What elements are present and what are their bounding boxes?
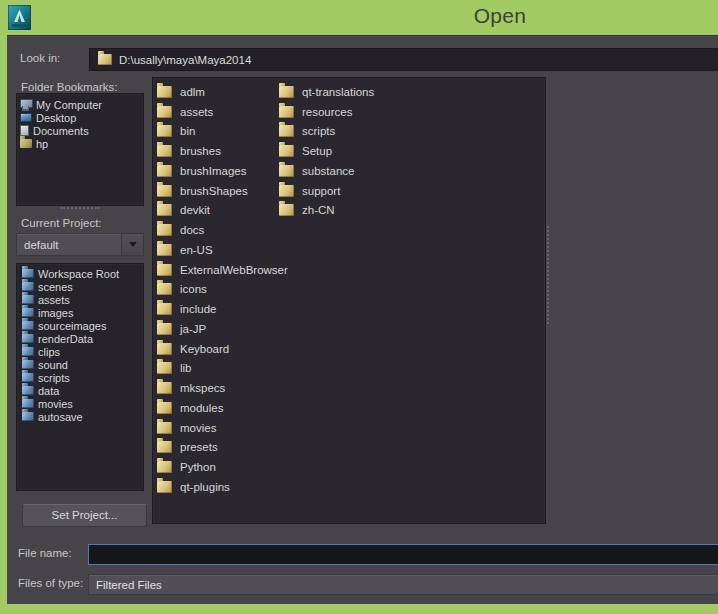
- folder-entry[interactable]: Python: [157, 457, 288, 477]
- project-folder-item[interactable]: scripts: [20, 371, 140, 384]
- folder-entry-label: icons: [180, 283, 207, 295]
- folder-entry[interactable]: zh-CN: [279, 201, 374, 221]
- folder-entry[interactable]: ExternalWebBrowser: [157, 260, 288, 280]
- folder-entry[interactable]: support: [279, 181, 374, 201]
- folder-entry[interactable]: Setup: [279, 141, 374, 161]
- folder-entry[interactable]: lib: [157, 359, 288, 379]
- blue-folder-icon: [22, 347, 34, 356]
- vertical-splitter-handle[interactable]: [547, 226, 549, 324]
- folder-entry[interactable]: bin: [157, 122, 288, 142]
- project-folder-item[interactable]: scenes: [20, 280, 140, 293]
- bookmark-label: hp: [36, 138, 48, 150]
- blue-folder-icon: [22, 373, 34, 382]
- folder-entry[interactable]: resources: [279, 102, 374, 122]
- folder-entry[interactable]: modules: [157, 398, 288, 418]
- folder-entry-label: modules: [180, 402, 223, 414]
- folder-entry[interactable]: substance: [279, 161, 374, 181]
- folder-entry[interactable]: en-US: [157, 240, 288, 260]
- folder-icon: [157, 303, 172, 315]
- blue-folder-icon: [22, 269, 34, 278]
- folder-icon: [157, 461, 172, 473]
- project-folder-item[interactable]: renderData: [20, 332, 140, 345]
- file-name-input[interactable]: [88, 544, 718, 565]
- project-folder-item[interactable]: assets: [20, 293, 140, 306]
- project-folder-item[interactable]: sourceimages: [20, 319, 140, 332]
- folder-entry[interactable]: docs: [157, 220, 288, 240]
- folder-entry[interactable]: ja-JP: [157, 319, 288, 339]
- folder-entry[interactable]: icons: [157, 280, 288, 300]
- folder-entry[interactable]: presets: [157, 438, 288, 458]
- folder-entry[interactable]: movies: [157, 418, 288, 438]
- folder-entry-label: en-US: [180, 244, 213, 256]
- folder-entry[interactable]: scripts: [279, 122, 374, 142]
- folder-entry-label: support: [302, 185, 340, 197]
- look-in-path-field[interactable]: D:\usally\maya\Maya2014: [89, 48, 718, 71]
- folder-icon: [157, 165, 172, 177]
- folder-bookmarks-label: Folder Bookmarks:: [21, 81, 118, 93]
- folder-entry[interactable]: devkit: [157, 201, 288, 221]
- project-folder-label: autosave: [38, 411, 83, 423]
- folder-entry-label: adlm: [180, 86, 205, 98]
- folder-entry[interactable]: brushes: [157, 141, 288, 161]
- folder-icon: [157, 402, 172, 414]
- file-list-panel: adlm assets bin brushes: [152, 77, 546, 524]
- current-project-dropdown[interactable]: default: [16, 233, 144, 256]
- folder-entry[interactable]: mkspecs: [157, 378, 288, 398]
- folder-entry-label: zh-CN: [302, 204, 335, 216]
- folder-entry-label: Python: [180, 461, 216, 473]
- dialog-title: Open: [430, 4, 570, 28]
- project-folders-panel: Workspace Root scenes assets images sour…: [16, 263, 144, 491]
- project-folder-item[interactable]: images: [20, 306, 140, 319]
- folder-icon: [157, 106, 172, 118]
- bookmark-item[interactable]: Documents: [20, 124, 140, 137]
- folder-entry[interactable]: brushShapes: [157, 181, 288, 201]
- blue-folder-icon: [22, 386, 34, 395]
- folder-icon: [157, 145, 172, 157]
- project-folder-item[interactable]: Workspace Root: [20, 267, 140, 280]
- project-folder-label: scripts: [38, 372, 70, 384]
- project-folder-item[interactable]: data: [20, 384, 140, 397]
- folder-icon: [157, 382, 172, 394]
- folder-icon: [157, 362, 172, 374]
- project-folder-item[interactable]: sound: [20, 358, 140, 371]
- folder-entry[interactable]: adlm: [157, 82, 288, 102]
- project-folder-item[interactable]: autosave: [20, 410, 140, 423]
- blue-folder-icon: [22, 308, 34, 317]
- set-project-button[interactable]: Set Project...: [22, 504, 147, 527]
- folder-icon: [279, 165, 294, 177]
- folder-entry-label: Keyboard: [180, 343, 229, 355]
- folder-entry[interactable]: Keyboard: [157, 339, 288, 359]
- blue-folder-icon: [22, 399, 34, 408]
- blue-folder-icon: [22, 295, 34, 304]
- folder-icon: [157, 185, 172, 197]
- folder-entry[interactable]: qt-translations: [279, 82, 374, 102]
- project-folder-label: Workspace Root: [38, 268, 119, 280]
- dropdown-arrow-button[interactable]: [121, 234, 143, 255]
- project-folder-label: sourceimages: [38, 320, 106, 332]
- folder-entry-label: bin: [180, 125, 195, 137]
- project-folder-item[interactable]: movies: [20, 397, 140, 410]
- folder-icon: [279, 204, 294, 216]
- bookmark-label: Documents: [33, 125, 89, 137]
- bookmark-item[interactable]: hp: [20, 137, 140, 150]
- horizontal-splitter-handle[interactable]: [60, 207, 100, 209]
- bookmark-label: My Computer: [36, 99, 102, 111]
- folder-icon: [157, 224, 172, 236]
- blue-folder-icon: [22, 321, 34, 330]
- blue-folder-icon: [22, 360, 34, 369]
- hp-folder-icon: [20, 139, 32, 148]
- folder-icon: [157, 264, 172, 276]
- folder-entry-label: ja-JP: [180, 323, 206, 335]
- bookmark-item[interactable]: Desktop: [20, 111, 140, 124]
- maya-open-dialog-screen: { "window": { "title": "Open" }, "look_i…: [0, 0, 718, 614]
- folder-entry[interactable]: brushImages: [157, 161, 288, 181]
- folder-entry[interactable]: qt-plugins: [157, 477, 288, 497]
- bookmark-item[interactable]: My Computer: [20, 98, 140, 111]
- folder-entry[interactable]: include: [157, 299, 288, 319]
- project-folder-item[interactable]: clips: [20, 345, 140, 358]
- documents-icon: [20, 125, 29, 136]
- files-of-type-dropdown[interactable]: Filtered Files: [88, 574, 718, 595]
- folder-entry[interactable]: assets: [157, 102, 288, 122]
- folder-entry-label: brushes: [180, 145, 221, 157]
- blue-folder-icon: [22, 334, 34, 343]
